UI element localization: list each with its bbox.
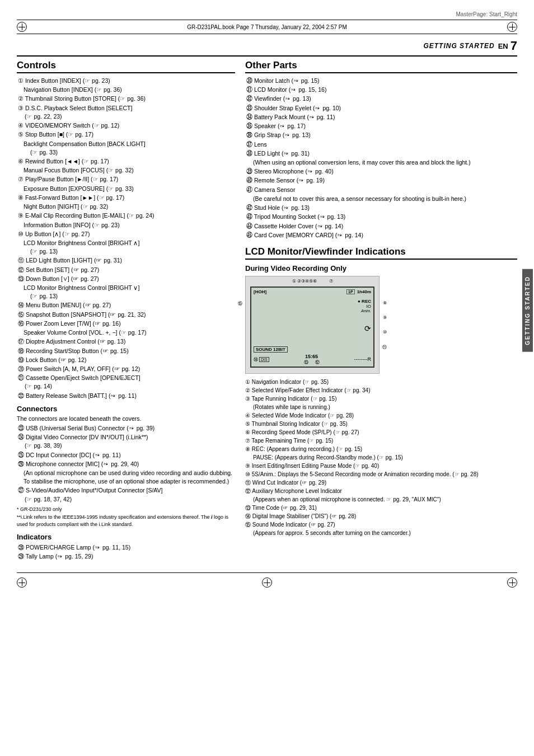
list-item: (An optional microphone can be used duri… [17,469,235,486]
list-item: ⑩ Up Button [∧] (☞ pg. 27) [17,230,235,238]
page-container: MasterPage: Start_Right GR-D231PAL.book … [0,0,534,756]
lcd-sp: 1P [346,289,355,294]
list-item: ③ Tape Running Indicator (☞ pg. 15) [245,395,517,403]
masterpage-label: MasterPage: Start_Right [456,11,518,17]
list-item: ㉟ Speaker (☞ pg. 17) [245,122,517,130]
lcd-hoh: [HOH] [254,289,266,294]
right-column: GETTING STARTED Other Parts ㉚ Monitor La… [245,60,517,561]
list-item: ④ Selected Wide Mode Indicator (☞ pg. 28… [245,412,517,420]
list-item: ⑦ Tape Remaining Time (☞ pg. 15) [245,437,517,445]
connectors-list: ㉓ USB (Universal Serial Bus) Connector (… [17,424,235,504]
list-item: ㉗ S-Video/Audio/Video Input*/Output Conn… [17,486,235,503]
list-item: ⑥ Rewind Button [◄◄] (☞ pg. 17) [17,157,235,166]
lcd-ann-15: ⑮ [238,300,242,307]
getting-started-label: GETTING STARTED [423,42,494,50]
list-item: ㉔ Digital Video Connector [DV IN*/OUT] (… [17,433,235,450]
list-item: ㊷ Stud Hole (☞ pg. 13) [245,204,517,212]
list-item: ㉘ POWER/CHARGE Lamp (☞ pg. 11, 15) [17,543,235,552]
list-item: ㊳ LED Light (☞ pg. 31) [245,149,517,158]
lcd-dis: ⑭ DIS [254,354,269,365]
connectors-intro: The connectors are located beneath the c… [17,415,235,422]
lcd-sound-label: SOUND 12BIT [254,346,288,353]
list-item: ㊱ Grip Strap (☞ pg. 13) [245,131,517,139]
list-item: ⑧ REC: (Appears during recording.) (☞ pg… [245,445,517,453]
indicators-title: Indicators [17,533,235,541]
lcd-bottom-row: ⑭ DIS 15:65 ⑬⑫ [254,354,371,365]
indicators-list: ㉘ POWER/CHARGE Lamp (☞ pg. 11, 15) ㉙ Tal… [17,543,235,561]
list-item: ㊲ Lens [245,140,517,149]
lcd-sound-row: SOUND 12BIT [254,346,371,353]
list-item: ② Thumbnail Storing Button [STORE] (☞ pg… [17,95,235,103]
list-item: ㉝ Shoulder Strap Eyelet (☞ pg. 10) [245,104,517,112]
list-item: PAUSE: (Appears during Record-Standby mo… [245,454,517,462]
list-item: ⑱ Recording Start/Stop Button (☞ pg. 15) [17,347,235,355]
footer-crosshair-right [507,577,517,588]
page-footer [17,572,517,588]
list-item: ⑭ Digital Image Stabiliser ("DIS") (☞ pg… [245,513,517,520]
lcd-timecode-area: 15:65 ⑬⑫ [304,354,320,365]
list-item: ㉓ USB (Universal Serial Bus) Connector (… [17,424,235,433]
list-item: ⑫ Set Button [SET] (☞ pg. 27) [17,266,235,274]
list-item: ① Index Button [INDEX] (☞ pg. 23) [17,77,235,85]
lcd-time: 1h40m [357,289,371,294]
lcd-right-labels: ● REC IO Anim. [358,299,371,313]
list-item: ㉜ Viewfinder (☞ pg. 13) [245,95,517,103]
list-item: Speaker Volume Control [VOL. +, −] (☞ pg… [17,328,235,337]
lcd-top-row: [HOH] 1P 1h40m [251,288,373,296]
lcd-sub-title: During Video Recording Only [245,264,517,273]
list-item: ⑳ Power Switch [A, M, PLAY, OFF] (☞ pg. … [17,365,235,373]
list-item: ② Selected Wipe/Fader Effect Indicator (… [245,387,517,395]
list-item: ① Navigation Indicator (☞ pg. 35) [245,378,517,386]
lcd-timecode: 15:65 [305,354,318,359]
list-item: (Rotates while tape is running.) [245,403,517,411]
lcd-diagram-area: ①②③④⑤⑥⑦ [HOH] 1P 1h40m [245,276,517,374]
list-item: ⑭ Menu Button [MENU] (☞ pg. 27) [17,301,235,309]
lcd-ann-8: ⑧ [383,300,387,306]
corner-crosshair-left [17,22,27,32]
lcd-monitor-title: LCD Monitor/Viewfinder Indications [245,246,517,260]
list-item: ⑨ E-Mail Clip Recording Button [E-MAIL] … [17,212,235,220]
list-item: ⑮ Sound Mode Indicator (☞ pg. 27) [245,521,517,529]
file-info-text: GR-D231PAL.book Page 7 Thursday, January… [187,24,347,30]
main-content: Controls ① Index Button [INDEX] (☞ pg. 2… [17,60,517,561]
top-bar: MasterPage: Start_Right [17,11,517,17]
lcd-wind: ⟳ [364,324,371,333]
list-item: ⑬ Time Code (☞ pg. 29, 31) [245,504,517,512]
list-item: (Appears when an optional microphone is … [245,496,517,504]
list-item: (Be careful not to cover this area, a se… [245,195,517,203]
list-item: ㊵ Remote Sensor (☞ pg. 19) [245,176,517,185]
list-item: ㊺ Card Cover [MEMORY CARD] (☞ pg. 14) [245,231,517,240]
lcd-rec-label: ● REC [358,299,371,304]
controls-list: ① Index Button [INDEX] (☞ pg. 23) Naviga… [17,77,235,400]
list-item: ㉒ Battery Release Switch [BATT.] (☞ pg. … [17,392,235,400]
footer-crosshair-left [17,577,27,588]
lcd-diagram: ①②③④⑤⑥⑦ [HOH] 1P 1h40m [245,276,380,374]
connector-footnote2: **i.Link refers to the IEEE1394-1995 ind… [17,514,235,528]
list-item: ④ VIDEO/MEMORY Switch (☞ pg. 12) [17,121,235,130]
lcd-ann-10: ⑩ [383,330,387,335]
left-column: Controls ① Index Button [INDEX] (☞ pg. 2… [17,60,235,561]
list-item: Backlight Compensation Button [BACK LIGH… [17,140,235,157]
list-item: Manual Focus Button [FOCUS] (☞ pg. 32) [17,166,235,175]
page-header: GETTING STARTED EN 7 [17,39,517,57]
page-number: 7 [510,39,517,53]
list-item: ⑯ Power Zoom Lever [T/W] (☞ pg. 16) [17,320,235,328]
lcd-bottom: SOUND 12BIT ⑭ DIS 15:65 [251,345,373,367]
list-item: ⑦ Play/Pause Button [►/II] (☞ pg. 17) [17,175,235,184]
list-item: ㉕ DC Input Connector [DC] (☞ pg. 11) [17,451,235,459]
lcd-ann-11: ⑪ [382,344,387,350]
list-item: ⑧ Fast-Forward Button [►►] (☞ pg. 17) [17,194,235,202]
lcd-r-label: --------R [354,354,371,365]
list-item: ⑤ Stop Button [■] (☞ pg. 17) [17,130,235,139]
list-item: ⑪ Wind Cut Indicator (☞ pg. 29) [245,479,517,487]
list-item: ㊴ Stereo Microphone (☞ pg. 40) [245,167,517,176]
list-item: ㉖ Microphone connector [MIC] (☞ pg. 29, … [17,460,235,468]
list-item: (When using an optional conversion lens,… [245,158,517,167]
list-item: ⑪ LED Light Button [LIGHT] (☞ pg. 31) [17,256,235,265]
en-badge: EN [498,42,508,50]
list-item: ㉙ Tally Lamp (☞ pg. 15, 29) [17,552,235,561]
list-item: ⑲ Lock Button (☞ pg. 12) [17,356,235,364]
lcd-ann-9: ⑨ [383,315,387,320]
lcd-anim: Anim. [358,309,371,313]
file-info-bar: GR-D231PAL.book Page 7 Thursday, January… [17,20,517,34]
